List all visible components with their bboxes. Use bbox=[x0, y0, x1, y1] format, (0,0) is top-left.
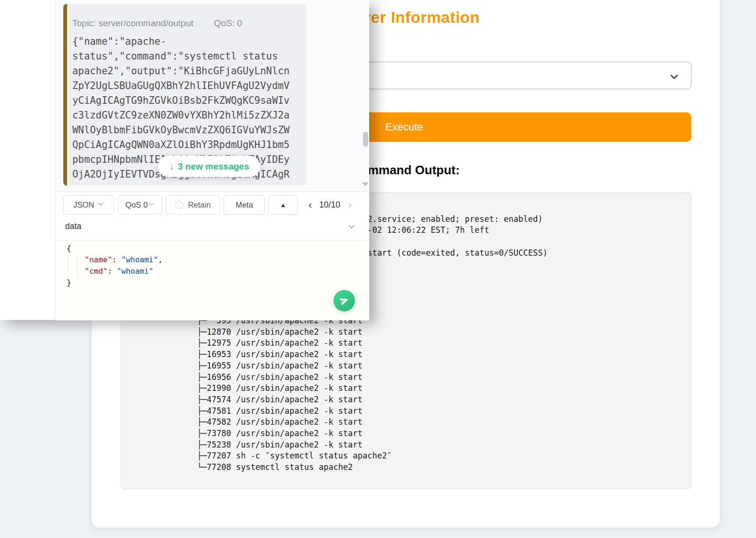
json-value: "whoami" bbox=[121, 255, 158, 264]
message-accent-bar bbox=[63, 4, 67, 186]
retain-toggle[interactable]: Retain bbox=[166, 195, 220, 215]
qos-value: QoS 0 bbox=[126, 200, 148, 209]
triangle-up-icon: ▲ bbox=[280, 201, 286, 209]
send-message-button[interactable] bbox=[334, 290, 355, 311]
message-qos: QoS: 0 bbox=[214, 18, 242, 28]
payload-section-header[interactable]: data bbox=[56, 215, 369, 240]
qos-dropdown[interactable]: QoS 0 bbox=[118, 195, 162, 215]
message-topic-row: Topic: server/command/output QoS: 0 bbox=[72, 18, 242, 29]
mqtt-publish-panel: JSON QoS 0 Retain Meta ▲ ‹ 10/10 bbox=[56, 191, 369, 320]
arrow-down-icon: ↓ bbox=[169, 161, 174, 172]
payload-section-label: data bbox=[65, 221, 81, 231]
chevron-down-icon bbox=[347, 222, 356, 233]
json-key: "name" bbox=[85, 255, 112, 264]
meta-label: Meta bbox=[236, 200, 253, 209]
radio-circle-icon bbox=[175, 201, 183, 209]
pager-prev-button[interactable]: ‹ bbox=[304, 195, 316, 215]
mqtt-left-column bbox=[0, 0, 56, 320]
chevron-down-icon bbox=[669, 71, 679, 84]
chevron-right-icon: › bbox=[348, 199, 352, 211]
json-key: "cmd" bbox=[85, 267, 108, 276]
new-messages-button[interactable]: ↓ 3 new messages bbox=[158, 156, 260, 177]
scrollbar-down-arrow-icon[interactable] bbox=[362, 182, 369, 186]
mqtt-client-window: Topic: server/command/output QoS: 0 {"na… bbox=[0, 0, 369, 320]
editor-line: "name": "whoami", bbox=[85, 254, 163, 266]
retain-label: Retain bbox=[188, 200, 211, 209]
pager-page-indicator: 10/10 bbox=[316, 195, 343, 215]
message-scrollbar-thumb[interactable] bbox=[363, 132, 368, 147]
pager-next-button[interactable]: › bbox=[344, 195, 356, 215]
json-value: "whoami" bbox=[117, 267, 153, 276]
chevron-left-icon: ‹ bbox=[308, 199, 312, 211]
editor-line: "cmd": "whoami" bbox=[85, 266, 154, 277]
message-topic: Topic: server/command/output bbox=[72, 18, 194, 28]
paper-plane-icon bbox=[339, 296, 350, 306]
indent-guide bbox=[77, 254, 78, 277]
indent-guide bbox=[68, 254, 69, 277]
collapse-panel-button[interactable]: ▲ bbox=[268, 195, 298, 215]
payload-format-value: JSON bbox=[73, 200, 94, 209]
editor-line: { bbox=[67, 243, 71, 254]
meta-button[interactable]: Meta bbox=[224, 195, 265, 215]
execute-button-label: Execute bbox=[385, 121, 423, 133]
payload-format-dropdown[interactable]: JSON bbox=[63, 195, 114, 215]
payload-editor[interactable]: { "name": "whoami", "cmd": "whoami" } bbox=[56, 240, 369, 320]
pager-page-label: 10/10 bbox=[319, 200, 340, 210]
chevron-down-icon bbox=[97, 200, 104, 209]
editor-line: } bbox=[67, 277, 71, 289]
new-messages-label: 3 new messages bbox=[178, 161, 249, 172]
chevron-down-icon bbox=[148, 200, 155, 209]
